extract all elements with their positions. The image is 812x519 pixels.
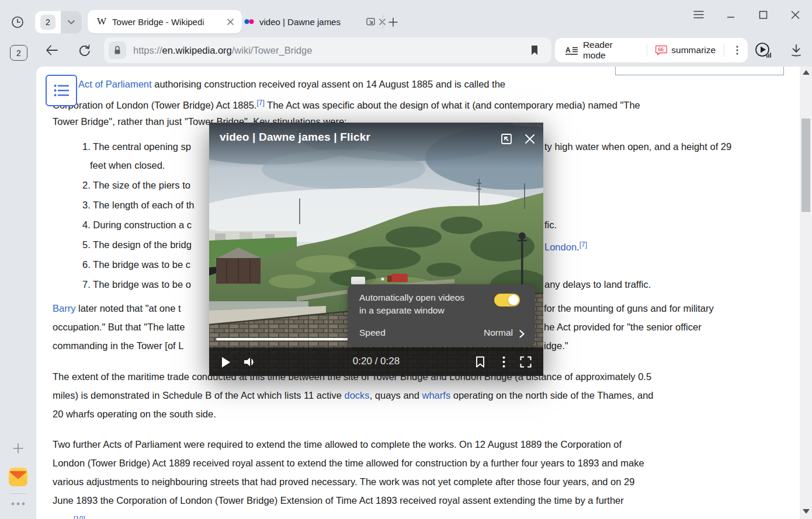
- text-segment: Corporation of London (Tower Bridge) Act…: [53, 100, 256, 110]
- text-segment: any delays to land traffic.: [544, 279, 651, 290]
- article-line: Act of Parliament authorising constructi…: [78, 75, 505, 93]
- text-segment: , quays and: [370, 390, 422, 400]
- text-segment: 3. The length of each of th: [82, 200, 194, 210]
- video-title: video | Dawne james | Flickr: [220, 131, 370, 144]
- text-segment: 7. The bridge was to be o: [82, 279, 191, 290]
- article-line-fragment: fic.: [544, 215, 557, 234]
- toc-list-icon: [54, 84, 69, 97]
- article-line: 3. The length of each of th: [82, 196, 194, 214]
- article-line: Corporation of London (Tower Bridge) Act…: [53, 93, 640, 114]
- text-segment: fic.: [544, 220, 557, 230]
- article-line-fragment: idge.": [544, 336, 568, 355]
- toc-button[interactable]: [46, 75, 77, 106]
- text-segment: The Act was specific about the design of…: [265, 100, 640, 110]
- text-segment: 20 wharfs operating on the south side.: [53, 409, 216, 419]
- text-segment: various adjustments to neighbouring stre…: [53, 476, 634, 487]
- text-segment: 2. The size of the piers to: [82, 180, 190, 190]
- text-segment: later noted that "at one t: [75, 303, 181, 314]
- text-segment: ty high water when open, and a height of…: [544, 141, 731, 152]
- article-line: Two further Acts of Parliament were requ…: [53, 435, 622, 454]
- scroll-up-arrow[interactable]: [803, 70, 810, 75]
- scrollbar-thumb[interactable]: [801, 119, 810, 212]
- article-line: 4. During construction a cfic.: [82, 215, 192, 234]
- text-segment: authorising construction received royal …: [152, 79, 505, 89]
- article-line: Barry later noted that "at one tfor the …: [53, 299, 181, 318]
- article-link[interactable]: docks: [345, 390, 370, 400]
- article-line-fragment: London.[7]: [544, 235, 587, 256]
- article-line-fragment: ty high water when open, and a height of…: [544, 137, 731, 156]
- text-segment: commanding in the Tower [of L: [53, 340, 183, 351]
- auto-open-label: Automatically open videos in a separate …: [359, 291, 464, 317]
- browser-window: 2 W Tower Bridge - Wikipedi video | Dawn…: [0, 0, 812, 519]
- pip-video-window[interactable]: video | Dawne james | Flickr 0:20 / 0:28: [209, 123, 543, 376]
- text-segment: June 1893 the Corporation of London (Tow…: [53, 495, 624, 506]
- speed-value: Normal: [484, 328, 513, 338]
- close-video-button[interactable]: [522, 131, 537, 147]
- video-more-button[interactable]: [498, 354, 509, 370]
- play-button[interactable]: [220, 356, 233, 368]
- toggle-knob: [508, 295, 519, 305]
- video-controls-bar: 0:20 / 0:28: [209, 347, 543, 376]
- chevron-right-icon: [519, 330, 525, 338]
- text-segment: year.: [53, 516, 74, 519]
- text-segment: London (Tower Bridge) Act 1889 received …: [53, 458, 644, 468]
- auto-open-toggle[interactable]: [494, 294, 520, 306]
- text-segment: idge.": [544, 340, 568, 351]
- text-segment: 1. The central opening sp: [82, 141, 191, 152]
- article-line: 6. The bridge was to be c: [82, 255, 190, 274]
- article-line: 7. The bridge was to be oany delays to l…: [82, 275, 191, 294]
- citation-ref[interactable]: [7]: [256, 99, 264, 107]
- video-header[interactable]: [209, 123, 543, 168]
- article-line-fragment: any delays to land traffic.: [544, 275, 651, 294]
- article-link[interactable]: London: [544, 242, 577, 252]
- article-link[interactable]: wharfs: [422, 390, 451, 400]
- article-line: June 1893 the Corporation of London (Tow…: [53, 491, 624, 510]
- scroll-down-arrow[interactable]: [803, 509, 810, 514]
- article-line: miles) is demonstrated in Schedule B of …: [53, 386, 654, 405]
- video-time: 0:20 / 0:28: [353, 356, 400, 367]
- text-segment: he Act provided for "the senior officer: [544, 322, 702, 332]
- article-line: year.[10]: [53, 510, 85, 519]
- article-link[interactable]: Act of Parliament: [78, 79, 152, 89]
- volume-button[interactable]: [242, 355, 257, 369]
- article-line: 5. The design of the bridgLondon.[7]: [82, 235, 192, 254]
- video-settings-popup: Automatically open videos in a separate …: [348, 284, 535, 346]
- text-segment: feet when closed.: [90, 160, 165, 170]
- article-link[interactable]: Barry: [53, 303, 75, 314]
- article-line: 2. The size of the piers to: [82, 176, 190, 194]
- speed-row[interactable]: Speed Normal: [359, 328, 526, 340]
- text-segment: 5. The design of the bridg: [82, 239, 192, 250]
- citation-ref[interactable]: [7]: [579, 241, 587, 249]
- article-line: various adjustments to neighbouring stre…: [53, 472, 634, 491]
- article-line: commanding in the Tower [of Lidge.": [53, 336, 183, 355]
- speed-label: Speed: [359, 328, 386, 337]
- fullscreen-button[interactable]: [519, 355, 533, 369]
- text-segment: operating on the north side of the Thame…: [450, 390, 653, 400]
- pip-return-button[interactable]: [499, 131, 514, 147]
- article-line: feet when closed.: [90, 156, 165, 175]
- text-segment: miles) is demonstrated in Schedule B of …: [53, 390, 345, 400]
- text-segment: Two further Acts of Parliament were requ…: [53, 439, 622, 450]
- text-segment: 4. During construction a c: [82, 220, 192, 230]
- article-line: London (Tower Bridge) Act 1889 received …: [53, 454, 644, 472]
- text-segment: occupation." But that "The latte: [53, 322, 185, 332]
- text-segment: 6. The bridge was to be c: [82, 259, 190, 270]
- bookmark-video-button[interactable]: [473, 355, 487, 369]
- text-segment: for the mounting of guns and for militar…: [544, 303, 714, 314]
- article-line: occupation." But that "The lattehe Act p…: [53, 318, 185, 336]
- article-line: 20 wharfs operating on the south side.: [53, 405, 216, 423]
- article-line-fragment: he Act provided for "the senior officer: [544, 318, 702, 336]
- page-scrollbar[interactable]: [800, 67, 812, 519]
- article-line: 1. The central opening spty high water w…: [82, 137, 191, 156]
- citation-ref[interactable]: [10]: [74, 515, 85, 519]
- article-line-fragment: for the mounting of guns and for militar…: [544, 299, 714, 318]
